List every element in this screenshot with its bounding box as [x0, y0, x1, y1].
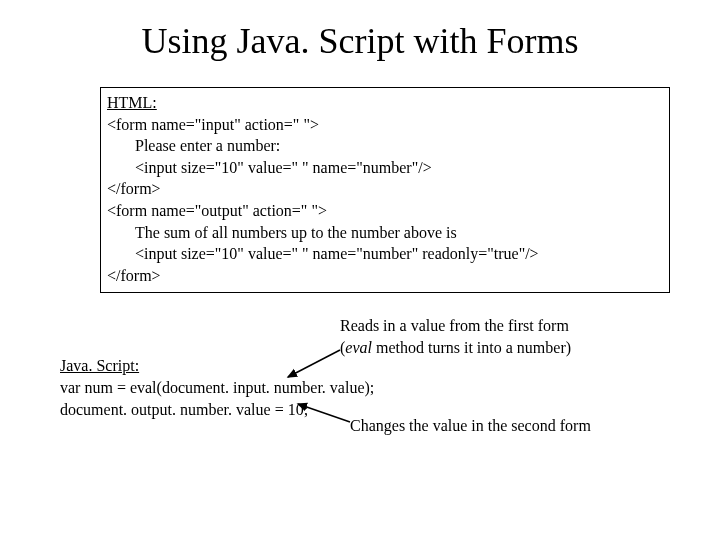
slide-title: Using Java. Script with Forms: [0, 20, 720, 62]
annotation-line: (eval method turns it into a number): [340, 337, 660, 359]
code-line: <form name="input" action=" ">: [107, 114, 663, 136]
code-line: </form>: [107, 265, 663, 287]
annotation-line: Reads in a value from the first form: [340, 315, 660, 337]
svg-line-1: [298, 404, 350, 422]
code-line: <input size="10" value=" " name="number"…: [107, 243, 663, 265]
svg-line-0: [288, 350, 340, 377]
arrow-icon: [290, 400, 360, 430]
code-line: The sum of all numbers up to the number …: [107, 222, 663, 244]
code-line: <form name="output" action=" ">: [107, 200, 663, 222]
annotation-second-form: Changes the value in the second form: [350, 415, 690, 437]
html-heading: HTML:: [107, 92, 663, 114]
html-code-box: HTML: <form name="input" action=" "> Ple…: [100, 87, 670, 293]
arrow-icon: [280, 345, 350, 385]
code-line: </form>: [107, 178, 663, 200]
annotation-first-form: Reads in a value from the first form (ev…: [340, 315, 660, 358]
code-line: <input size="10" value=" " name="number"…: [107, 157, 663, 179]
code-line: Please enter a number:: [107, 135, 663, 157]
